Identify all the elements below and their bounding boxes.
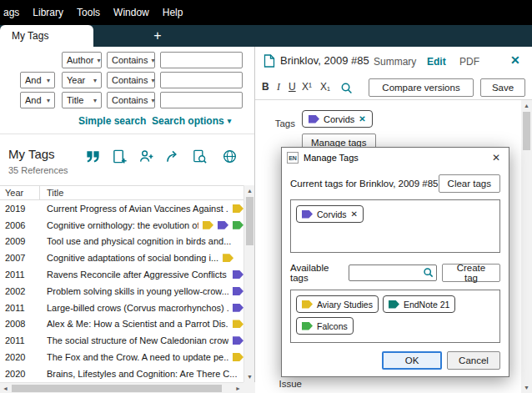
table-row[interactable]: 2011Ravens Reconcile after Aggressive Co… <box>0 266 243 283</box>
menu-item-tools[interactable]: Tools <box>77 7 100 18</box>
row-title: Current Progress of Avian Vaccines Again… <box>47 204 228 214</box>
row-title-cell: Large-billed crows (Corvus macrorhynchos… <box>40 303 243 313</box>
table-row[interactable]: 2009Tool use and physical cognition in b… <box>0 234 243 250</box>
dialog-title-bar[interactable]: EN Manage Tags ✕ <box>282 148 509 168</box>
table-row[interactable]: 2020The Fox and the Crow. A need to upda… <box>0 349 243 365</box>
column-header-year[interactable]: Year <box>0 186 40 199</box>
row-title: Brains, Lifestyles and Cognition: Are Th… <box>47 369 237 379</box>
quotation-icon[interactable] <box>85 149 101 164</box>
available-tag-chip-falcons[interactable]: Falcons <box>296 317 354 335</box>
new-tab-button[interactable]: + <box>148 27 167 45</box>
green-tag-icon <box>302 322 313 330</box>
menu-item-help[interactable]: Help <box>163 7 183 18</box>
tab-pdf[interactable]: PDF <box>459 56 479 68</box>
row-title-cell: The Fox and the Crow. A need to update p… <box>40 352 243 362</box>
search-pdf-icon[interactable] <box>192 149 208 164</box>
scroll-left-icon[interactable]: ◄ <box>0 383 11 393</box>
chevron-down-icon: ▾ <box>97 57 100 64</box>
scroll-up-icon[interactable]: ▲ <box>521 100 532 111</box>
scrollbar-thumb[interactable] <box>246 197 253 245</box>
detail-vertical-scrollbar[interactable]: ▲ ▼ <box>521 100 532 393</box>
cancel-button[interactable]: Cancel <box>447 351 500 370</box>
library-vertical-scrollbar[interactable]: ▲ ▼ <box>243 185 254 382</box>
tag-chip-label: Corvids <box>324 114 354 124</box>
green-tag-icon <box>233 221 243 229</box>
underline-button[interactable]: U <box>289 81 296 93</box>
menu-item-library[interactable]: Library <box>33 7 63 18</box>
superscript-button[interactable]: X¹ <box>302 81 312 93</box>
dropdown-value: And <box>25 75 42 85</box>
simple-search-link[interactable]: Simple search <box>78 115 146 127</box>
tag-chip-corvids[interactable]: Corvids ✕ <box>302 110 373 128</box>
column-header-title[interactable]: Title <box>40 188 243 198</box>
table-row[interactable]: 2007Cognitive adaptations of social bond… <box>0 249 243 266</box>
search-icon[interactable] <box>340 82 353 94</box>
menu-item-window[interactable]: Window <box>113 7 149 18</box>
scroll-up-icon[interactable]: ▲ <box>244 185 255 196</box>
table-row[interactable]: 2006Cognitive ornithology: the evolution… <box>0 217 243 234</box>
simple-search-label: Simple search <box>78 115 146 127</box>
search-operator-dropdown-3[interactable]: Contains ▾ <box>107 92 155 108</box>
search-field-dropdown-year[interactable]: Year ▾ <box>62 72 102 88</box>
chevron-down-icon: ▾ <box>47 77 50 84</box>
add-reference-icon[interactable] <box>112 149 128 164</box>
search-bool-dropdown-2[interactable]: And ▾ <box>20 72 55 88</box>
search-value-input-3[interactable] <box>160 92 243 108</box>
row-year: 2006 <box>0 220 40 230</box>
scroll-down-icon[interactable]: ▼ <box>244 371 255 382</box>
available-tag-chip-aviary-studies[interactable]: Aviary Studies <box>296 295 379 313</box>
table-row[interactable]: 2011Large-billed crows (Corvus macrorhyn… <box>0 300 243 316</box>
endnote-app-icon: EN <box>287 152 299 164</box>
ok-button[interactable]: OK <box>382 351 442 370</box>
search-operator-dropdown-1[interactable]: Contains ▾ <box>107 52 155 68</box>
available-tags-label: Available tags <box>290 263 344 283</box>
create-tag-button[interactable]: Create tag <box>442 264 500 282</box>
share-icon[interactable] <box>165 149 181 164</box>
row-year: 2011 <box>0 335 40 345</box>
compare-versions-button[interactable]: Compare versions <box>369 78 474 97</box>
scrollbar-thumb[interactable] <box>523 112 530 150</box>
search-icon <box>423 267 434 278</box>
available-tag-chip-endnote-21[interactable]: EndNote 21 <box>383 295 455 313</box>
search-field-dropdown-author[interactable]: Author ▾ <box>62 52 102 68</box>
close-icon[interactable]: ✕ <box>485 152 507 164</box>
library-horizontal-scrollbar[interactable]: ◄ ► <box>0 382 243 393</box>
table-row[interactable]: 2002Problem solving skills in young yell… <box>0 283 243 300</box>
remove-tag-icon[interactable]: ✕ <box>351 209 358 219</box>
save-button[interactable]: Save <box>480 78 525 97</box>
tab-my-tags[interactable]: My Tags <box>0 25 93 47</box>
add-person-icon[interactable] <box>138 149 154 164</box>
current-tags-label: Current tags for Brinklov, 2009 #85 <box>290 179 439 189</box>
clear-tags-button[interactable]: Clear tags <box>439 174 500 193</box>
tab-summary[interactable]: Summary <box>374 56 416 68</box>
tab-edit[interactable]: Edit <box>427 56 446 68</box>
remove-tag-icon[interactable]: ✕ <box>359 114 365 123</box>
search-operator-dropdown-2[interactable]: Contains ▾ <box>107 72 155 88</box>
scroll-down-icon[interactable]: ▼ <box>521 382 532 393</box>
library-toolbar <box>85 149 238 164</box>
search-field-dropdown-title[interactable]: Title ▾ <box>62 92 102 108</box>
row-title-cell: Problem solving skills in young yellow-c… <box>40 286 243 296</box>
search-bool-dropdown-3[interactable]: And ▾ <box>20 92 55 108</box>
subscript-button[interactable]: X₁ <box>320 81 330 93</box>
table-row[interactable]: 2008Alex & Me: How a Scientist and a Par… <box>0 316 243 333</box>
current-tag-chip-corvids[interactable]: Corvids ✕ <box>296 205 364 223</box>
scroll-right-icon[interactable]: ► <box>233 383 243 393</box>
close-icon[interactable]: ✕ <box>510 53 520 67</box>
online-search-icon[interactable] <box>222 149 238 164</box>
table-row[interactable]: 2011The social structure of New Caledoni… <box>0 332 243 349</box>
row-year: 2002 <box>0 286 40 296</box>
italic-button[interactable]: I <box>277 81 280 93</box>
scrollbar-thumb[interactable] <box>12 385 222 392</box>
menu-item-tags[interactable]: ags <box>3 7 19 18</box>
search-value-input-2[interactable] <box>160 72 243 88</box>
table-row[interactable]: 2019Current Progress of Avian Vaccines A… <box>0 200 243 217</box>
tag-chip-label: Aviary Studies <box>317 300 373 310</box>
search-options-link[interactable]: Search options ▾ <box>152 115 231 127</box>
purple-tag-icon <box>233 304 243 312</box>
table-row[interactable]: 2020Brains, Lifestyles and Cognition: Ar… <box>0 365 243 382</box>
row-title: The social structure of New Caledonian c… <box>47 335 228 345</box>
search-value-input-1[interactable] <box>160 52 243 68</box>
bold-button[interactable]: B <box>262 81 269 93</box>
row-title: Ravens Reconcile after Aggressive Confli… <box>47 270 228 280</box>
